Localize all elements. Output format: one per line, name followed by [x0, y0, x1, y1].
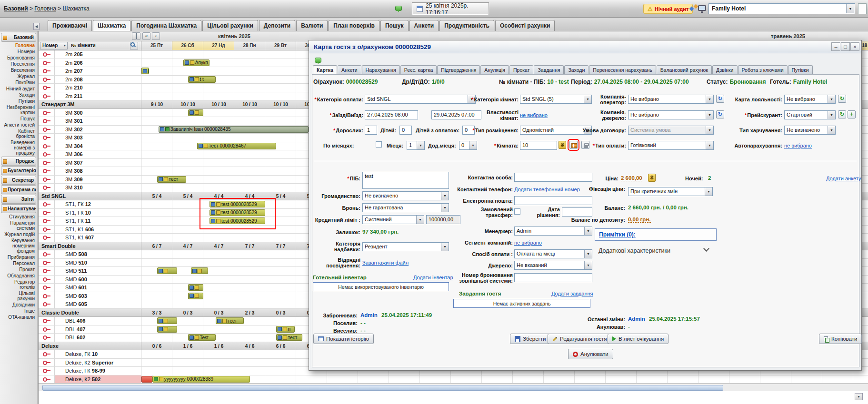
dialog-tab-реєс-картка[interactable]: Реєс. картка: [400, 65, 437, 74]
sidebar-item-незбережені-картки[interactable]: Незбережені картки: [0, 104, 37, 116]
sidebar-item-довідники[interactable]: Довідники: [0, 302, 37, 308]
sidebar-item-анкети-гостей[interactable]: Анкети гостей: [0, 122, 37, 128]
sidebar-item-керування-номерним-фондом[interactable]: Керування номерним фондом: [0, 237, 37, 254]
dialog-tab-підтвердження[interactable]: Підтвердження: [437, 65, 480, 74]
reservation-bar[interactable]: [157, 326, 177, 333]
breadcrumb-root[interactable]: Базовий: [4, 5, 28, 12]
grid-view-button[interactable]: [132, 32, 140, 40]
room-name-cell[interactable]: DBL 407: [55, 325, 141, 334]
dialog-tab-анкети[interactable]: Анкети: [338, 65, 361, 74]
reservation-bar[interactable]: test 0000028529: [210, 201, 265, 207]
autocharge-link[interactable]: не вибрано: [784, 143, 812, 148]
tab-анкети[interactable]: Анкети: [409, 20, 439, 31]
sidebar-item-заходи[interactable]: Заходи: [0, 92, 37, 98]
room-input[interactable]: 10: [520, 141, 557, 150]
tab-проживаючі[interactable]: Проживаючі: [48, 20, 92, 31]
dialog-tab-ануляція[interactable]: Ануляція: [480, 65, 509, 74]
guest-name-input[interactable]: test: [362, 172, 449, 189]
room-name-cell[interactable]: Deluxe, ГК 98-99: [55, 367, 141, 375]
dialog-tab-заходи[interactable]: Заходи: [564, 65, 589, 74]
room-name-cell[interactable]: ST1, ГК 11: [55, 217, 141, 225]
tab-пошук[interactable]: Пошук: [380, 20, 409, 31]
notes-box[interactable]: Примітки (0):: [595, 228, 717, 241]
reservation-bar[interactable]: [188, 109, 204, 116]
reservation-bar[interactable]: test 0000028529: [210, 209, 265, 216]
monitor-icon[interactable]: [698, 5, 706, 11]
sidebar-item-путівки[interactable]: Путівки: [0, 98, 37, 104]
scrollbar-thumb[interactable]: [42, 385, 723, 391]
source-select[interactable]: Не вказаний: [514, 261, 592, 270]
reservation-bar[interactable]: test 0000028529: [210, 217, 265, 224]
room-name-cell[interactable]: 3M 309: [55, 176, 141, 184]
tab-депозити[interactable]: Депозити: [259, 20, 295, 31]
save-button[interactable]: Зберегти: [510, 334, 550, 344]
sidebar-item-виселення[interactable]: Виселення: [0, 67, 37, 73]
reservation-bar[interactable]: [188, 293, 204, 299]
room-name-cell[interactable]: SMD 508: [55, 250, 141, 258]
room-sort-dropdown[interactable]: Номер: [40, 42, 68, 49]
notes-link[interactable]: Примітки (0):: [599, 231, 636, 238]
extra-characteristics[interactable]: Додаткові характеристики: [599, 247, 670, 254]
room-name-cell[interactable]: 3M 307: [55, 159, 141, 167]
external-booking-input[interactable]: [514, 273, 592, 282]
reservation-bar[interactable]: ууууууууу 0000028389: [152, 376, 250, 383]
room-name-cell[interactable]: 3M 308: [55, 167, 141, 175]
sidebar-item-обладнання[interactable]: Обладнання: [0, 273, 37, 279]
reservation-bar[interactable]: тест 0000028467: [197, 143, 276, 149]
email-input[interactable]: [514, 196, 592, 205]
refresh-icon[interactable]: [716, 110, 724, 118]
tab-особисті-рахунки[interactable]: Особисті рахунки: [495, 20, 555, 31]
refresh-green-icon[interactable]: [838, 95, 846, 103]
surcharge-category-select[interactable]: Резидент: [362, 242, 449, 251]
sidebar-item-нічний-аудит[interactable]: Нічний аудит: [0, 86, 37, 92]
room-name-cell[interactable]: DBL 406: [55, 317, 141, 325]
chat-bubble-icon[interactable]: [315, 58, 321, 63]
sidebar-item-бухгалтерія[interactable]: Бухгалтерія: [1, 166, 36, 175]
dialog-tab-робота-з-ключами[interactable]: Робота з ключами: [738, 65, 788, 74]
room-name-cell[interactable]: 3M 301: [55, 117, 141, 125]
room-properties-link[interactable]: не вибрано: [520, 112, 548, 118]
room-name-cell[interactable]: SMD 511: [55, 267, 141, 275]
manager-select[interactable]: Admin: [514, 227, 592, 236]
show-history-button[interactable]: Показати історію: [313, 334, 374, 344]
sidebar-item-покоївки[interactable]: Покоївки: [0, 79, 37, 86]
room-name-cell[interactable]: 2m 207: [55, 67, 141, 75]
add-phone-link[interactable]: Додати телефонний номер: [514, 187, 580, 192]
tab-шахматка[interactable]: Шахматка: [93, 20, 130, 31]
sidebar-item-журнал[interactable]: Журнал: [0, 73, 37, 79]
credit-limit-select[interactable]: Системний: [362, 215, 424, 224]
sidebar-item-прокат[interactable]: Прокат: [0, 266, 37, 273]
add-task-link[interactable]: Додати завдання: [551, 291, 593, 296]
room-name-cell[interactable]: 3M 310: [55, 184, 141, 192]
room-name-cell[interactable]: Deluxe, К2 502: [55, 375, 141, 384]
sidebar-item-звіти[interactable]: Звіти: [1, 195, 36, 204]
room-name-cell[interactable]: SMD 600: [55, 276, 141, 284]
sparkle-icon[interactable]: [694, 4, 698, 9]
hotel-select[interactable]: Family Hotel: [708, 3, 855, 14]
user-button[interactable]: [858, 3, 867, 14]
sidebar-item-редактор-готелів[interactable]: Редактор готелів: [0, 279, 37, 290]
reservation-bar[interactable]: Завалипіч Іван 0000028435: [159, 126, 309, 133]
reservation-bar[interactable]: тест: [157, 176, 187, 183]
sidebar-item-налаштування[interactable]: Налаштування: [1, 204, 36, 213]
dialog-tab-прокат[interactable]: Прокат: [509, 65, 533, 74]
reservation-bar[interactable]: п: [276, 326, 295, 333]
reservation-bar[interactable]: [191, 267, 208, 274]
room-name-cell[interactable]: 3M 303: [55, 134, 141, 142]
reservation-bar[interactable]: Апукп: [183, 59, 210, 66]
sidebar-collapse-button[interactable]: [33, 23, 40, 30]
room-name-cell[interactable]: SMD 605: [55, 300, 141, 308]
tab-погодинна-шахматка[interactable]: Погодинна Шахматка: [131, 20, 201, 31]
room-name-cell[interactable]: SMD 601: [55, 284, 141, 292]
room-name-cell[interactable]: 3M 300: [55, 109, 141, 117]
credit-limit-value[interactable]: 100000,00: [426, 215, 460, 224]
sidebar-item-головна[interactable]: Головна: [0, 42, 37, 49]
checkin-input[interactable]: 27.04.2025 08:00: [365, 110, 418, 119]
annul-button[interactable]: Анулювати: [568, 349, 613, 359]
meal-type-select[interactable]: Не визначено: [784, 126, 836, 135]
room-name-cell[interactable]: 2m 211: [55, 92, 141, 100]
tab-валюти[interactable]: Валюти: [296, 20, 328, 31]
price-fix-select[interactable]: При критичних змін: [628, 187, 713, 196]
reservation-bar[interactable]: тест: [276, 334, 302, 341]
waitlist-button[interactable]: В лист очікування: [608, 334, 668, 344]
